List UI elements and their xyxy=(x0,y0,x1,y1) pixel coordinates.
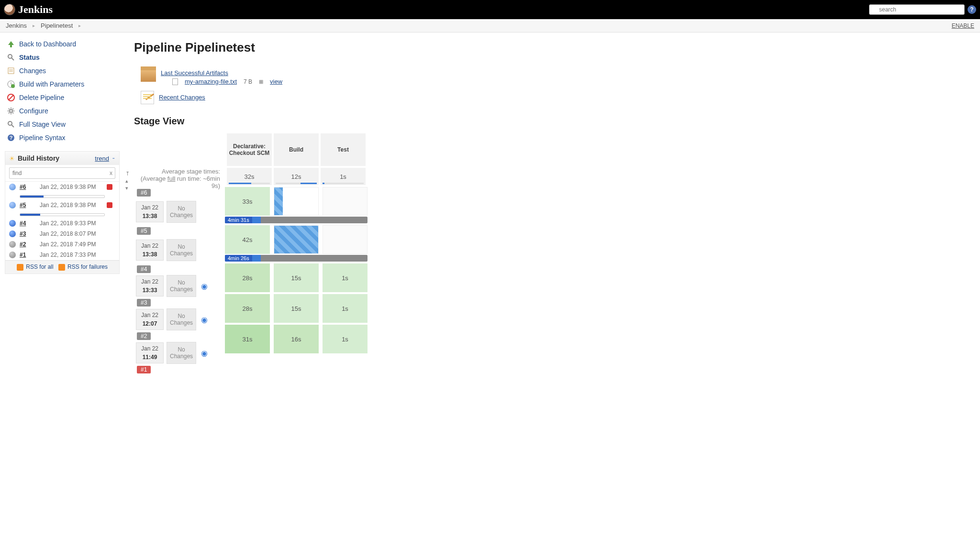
breadcrumb-pipelinetest[interactable]: Pipelinetest xyxy=(41,22,73,29)
sidebar-item-pipeline-syntax[interactable]: ?Pipeline Syntax xyxy=(5,131,120,144)
no-changes-label: NoChanges xyxy=(167,275,196,297)
sidebar-item-label: Status xyxy=(19,54,40,61)
up-arrow-icon xyxy=(7,40,15,48)
stage-run-row: 31s16s1s xyxy=(225,325,369,353)
stage-cell[interactable]: 1s xyxy=(323,263,368,292)
svg-point-18 xyxy=(8,121,12,125)
run-badge[interactable]: #4 xyxy=(137,265,151,273)
sidebar-item-status[interactable]: Status xyxy=(5,51,120,64)
trend-link[interactable]: trend xyxy=(95,155,109,162)
stage-cell[interactable] xyxy=(323,225,368,254)
run-date-box: Jan 2211:49 xyxy=(136,342,164,363)
build-number-link[interactable]: #6 xyxy=(20,184,38,190)
stage-cell[interactable]: 16s xyxy=(274,325,319,353)
sidebar-item-back-to-dashboard[interactable]: Back to Dashboard xyxy=(5,37,120,51)
run-badge[interactable]: #3 xyxy=(137,299,151,307)
run-date-box: Jan 2213:33 xyxy=(136,275,164,296)
run-badge[interactable]: #2 xyxy=(137,332,151,340)
stage-cell[interactable] xyxy=(274,187,319,216)
run-status-icon[interactable]: ◉ xyxy=(201,315,208,324)
sidebar-item-delete-pipeline[interactable]: Delete Pipeline xyxy=(5,91,120,104)
sidebar-item-build-with-parameters[interactable]: Build with Parameters xyxy=(5,77,120,91)
run-status-icon[interactable]: ◉ xyxy=(201,282,208,291)
build-history-row[interactable]: #6Jan 22, 2018 9:38 PM xyxy=(5,182,119,192)
build-history-row[interactable]: #1Jan 22, 2018 7:33 PM xyxy=(5,250,119,260)
build-history-row[interactable]: #2Jan 22, 2018 7:49 PM xyxy=(5,239,119,250)
build-history-row[interactable]: #3Jan 22, 2018 8:07 PM xyxy=(5,229,119,239)
cancel-build-icon[interactable] xyxy=(107,184,112,190)
run-badge[interactable]: #5 xyxy=(137,227,151,235)
help-icon[interactable]: ? xyxy=(968,5,976,14)
sidebar-item-label: Delete Pipeline xyxy=(19,94,64,101)
run-progress-bar: 4min 26s xyxy=(225,255,368,262)
magnifier-icon xyxy=(7,53,15,62)
status-ball-icon xyxy=(9,241,16,248)
svg-line-19 xyxy=(11,125,14,127)
build-number-link[interactable]: #3 xyxy=(20,230,38,237)
stage-view-title: Stage View xyxy=(134,116,970,127)
build-date: Jan 22, 2018 8:07 PM xyxy=(40,230,105,237)
build-history-row[interactable]: #5Jan 22, 2018 9:38 PM xyxy=(5,200,119,210)
stage-run-info: #4Jan 2213:33NoChanges◉ xyxy=(134,265,225,299)
clear-icon[interactable]: x xyxy=(110,170,112,176)
run-status-icon[interactable]: ◉ xyxy=(201,349,208,358)
sidebar: Back to DashboardStatusChangesBuild with… xyxy=(0,33,124,380)
average-time-cell: 12s xyxy=(274,168,319,185)
no-changes-label: NoChanges xyxy=(167,201,196,223)
build-date: Jan 22, 2018 7:33 PM xyxy=(40,252,105,258)
breadcrumb: Jenkins ▸ Pipelinetest ▸ ENABLE xyxy=(0,19,980,33)
sidebar-item-changes[interactable]: Changes xyxy=(5,64,120,77)
stage-cell[interactable]: 1s xyxy=(323,325,368,353)
average-time-cell: 1s xyxy=(321,168,366,185)
svg-line-16 xyxy=(9,113,10,114)
build-number-link[interactable]: #2 xyxy=(20,241,38,248)
stage-cell[interactable]: 33s xyxy=(225,187,270,216)
sidebar-item-configure[interactable]: Configure xyxy=(5,104,120,118)
stage-cell[interactable] xyxy=(274,225,319,254)
svg-line-14 xyxy=(9,109,10,110)
stage-cell[interactable]: 28s xyxy=(225,294,270,323)
stage-cell[interactable]: 31s xyxy=(225,325,270,353)
page-down-icon[interactable]: ▾ xyxy=(125,185,130,191)
artifact-file-link[interactable]: my-amazing-file.txt xyxy=(185,78,237,85)
jenkins-logo[interactable]: Jenkins xyxy=(4,3,53,16)
stage-cell[interactable]: 28s xyxy=(225,263,270,292)
build-date: Jan 22, 2018 9:38 PM xyxy=(40,184,105,190)
build-number-link[interactable]: #5 xyxy=(20,202,38,208)
sidebar-item-label: Full Stage View xyxy=(19,121,66,128)
stage-header: Declarative: Checkout SCM xyxy=(227,133,272,166)
build-number-link[interactable]: #1 xyxy=(20,252,38,258)
stage-cell[interactable]: 1s xyxy=(323,294,368,323)
stage-cell[interactable] xyxy=(323,187,368,216)
run-badge[interactable]: #1 xyxy=(137,366,151,373)
rss-failures-link[interactable]: RSS for failures xyxy=(67,263,108,270)
sidebar-item-label: Changes xyxy=(19,67,46,75)
stage-cell[interactable]: 15s xyxy=(274,294,319,323)
cancel-build-icon[interactable] xyxy=(107,202,112,208)
build-history-find-input[interactable] xyxy=(9,167,115,179)
stage-run-row: 33s4min 31s xyxy=(225,187,369,223)
page-top-icon[interactable]: ⤒ xyxy=(125,171,130,177)
collapse-icon[interactable]: ⁃ xyxy=(112,155,115,162)
stage-cell[interactable]: 15s xyxy=(274,263,319,292)
artifact-view-link[interactable]: view xyxy=(270,78,282,85)
breadcrumb-jenkins[interactable]: Jenkins xyxy=(6,22,27,29)
sidebar-item-full-stage-view[interactable]: Full Stage View xyxy=(5,118,120,131)
enable-auto-refresh-link[interactable]: ENABLE xyxy=(952,22,974,29)
recent-changes-link[interactable]: Recent Changes xyxy=(159,94,205,101)
page-up-icon[interactable]: ▴ xyxy=(125,178,130,184)
artifact-file-size: 7 B xyxy=(244,78,252,85)
stage-cell[interactable]: 42s xyxy=(225,225,270,254)
gear-icon xyxy=(7,107,15,115)
run-badge[interactable]: #6 xyxy=(137,189,151,197)
svg-line-17 xyxy=(13,109,14,110)
no-changes-label: NoChanges xyxy=(167,342,196,364)
build-number-link[interactable]: #4 xyxy=(20,220,38,227)
last-successful-artifacts-link[interactable]: Last Successful Artifacts xyxy=(161,69,228,77)
stage-header: Build xyxy=(274,133,319,166)
build-history-row[interactable]: #4Jan 22, 2018 9:33 PM xyxy=(5,218,119,229)
build-date: Jan 22, 2018 9:33 PM xyxy=(40,220,105,227)
search-input[interactable] xyxy=(869,4,965,15)
rss-all-link[interactable]: RSS for all xyxy=(26,263,53,270)
stage-run-info: #3Jan 2212:07NoChanges◉ xyxy=(134,299,225,332)
